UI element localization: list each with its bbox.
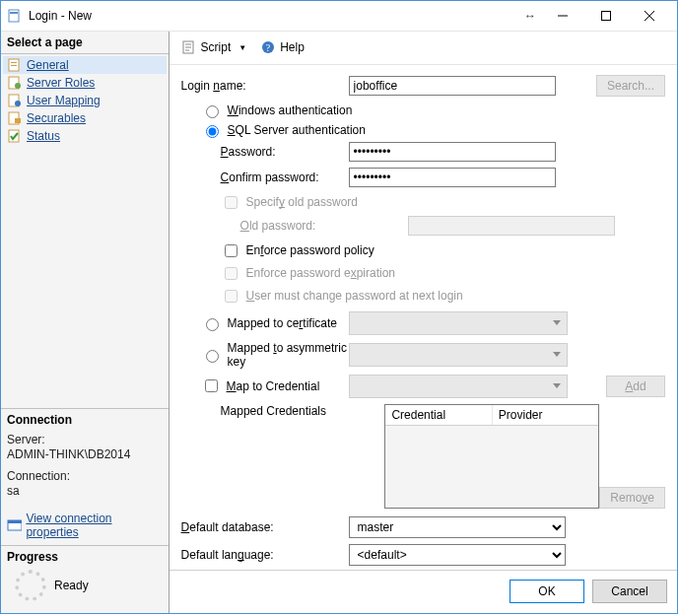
svg-point-12 [15,101,21,106]
minimize-button[interactable] [541,2,584,30]
svg-rect-7 [11,62,17,63]
map-credential-check[interactable]: Map to Credential [181,376,349,395]
help-icon: ? [260,39,276,55]
progress-spinner-icon [15,570,46,601]
asym-key-combo [349,343,568,367]
password-label: Password: [181,145,349,159]
default-database-select[interactable]: master [349,516,566,538]
must-change-check: User must change password at next login [181,287,665,306]
password-input[interactable] [349,142,556,162]
page-server-roles[interactable]: Server Roles [3,74,167,92]
progress-header: Progress [7,550,163,564]
mapped-asym-radio[interactable]: Mapped to asymmetric key [181,341,349,369]
col-credential: Credential [385,405,492,425]
cancel-button[interactable]: Cancel [592,580,667,603]
window-title: Login - New [29,9,92,23]
main-panel: Script ▼ ? Help Login name: Search... [170,32,677,613]
dialog-footer: OK Cancel [170,570,677,613]
login-dialog: Login - New ↔ Select a page General [0,0,678,614]
page-securables[interactable]: Securables [3,109,167,127]
windows-auth-radio[interactable]: Windows authentication [181,103,665,118]
close-button[interactable] [628,2,671,30]
script-button[interactable]: Script ▼ [177,37,251,57]
login-name-input[interactable] [349,76,556,96]
app-icon [7,8,23,24]
connection-section: Connection Server: ADMIN-THINK\DB2014 Co… [1,408,169,545]
maximize-button[interactable] [584,2,628,30]
svg-text:?: ? [266,42,271,53]
connection-header: Connection [7,413,163,427]
select-page-header: Select a page [1,32,169,54]
confirm-password-label: Confirm password: [181,171,349,184]
default-db-label: Default database: [181,520,349,534]
toolbar: Script ▼ ? Help [170,32,677,65]
svg-rect-8 [11,65,17,66]
mapped-cert-radio[interactable]: Mapped to certificate [181,315,349,331]
help-button[interactable]: ? Help [256,37,308,57]
page-status[interactable]: Status [3,127,167,145]
confirm-password-input[interactable] [349,168,556,187]
svg-rect-0 [9,10,19,22]
default-language-select[interactable]: <default> [349,544,566,566]
server-label: Server: [7,433,163,446]
remove-button[interactable]: Remove [599,487,665,509]
svg-rect-3 [602,11,611,20]
page-general[interactable]: General [3,56,167,74]
connection-label: Connection: [7,469,163,483]
properties-icon [7,517,22,533]
svg-point-10 [15,83,21,89]
old-password-label: Old password: [181,219,408,233]
page-user-mapping[interactable]: User Mapping [3,92,167,109]
credential-combo [349,375,568,398]
page-list: General Server Roles User Mapping Secura… [1,54,169,147]
mapped-credentials-label: Mapped Credentials [181,404,385,418]
enforce-policy-check[interactable]: Enforce password policy [181,241,665,260]
progress-status: Ready [54,579,89,592]
svg-rect-17 [8,520,22,523]
ok-button[interactable]: OK [510,580,584,603]
svg-rect-1 [10,12,18,14]
chevron-down-icon: ▼ [238,43,246,52]
specify-old-password-check: Specify old password [181,193,665,212]
enforce-expiration-check: Enforce password expiration [181,264,665,283]
script-icon [181,39,197,55]
sql-auth-radio[interactable]: SQL Server authentication [181,122,665,138]
window-controls: ↔ [519,2,671,30]
add-button[interactable]: Add [606,376,665,397]
sidebar: Select a page General Server Roles User … [1,32,170,613]
svg-rect-14 [15,118,21,123]
certificate-combo [349,311,568,335]
svg-rect-15 [9,130,19,142]
mapped-credentials-table[interactable]: Credential Provider [384,404,599,509]
login-name-label: Login name: [181,79,349,93]
search-button[interactable]: Search... [596,75,665,97]
col-provider: Provider [493,405,598,425]
progress-section: Progress Ready [1,545,169,613]
titlebar: Login - New ↔ [1,1,677,32]
old-password-input [408,216,615,236]
view-connection-properties-link[interactable]: View connection properties [7,512,163,539]
form-content: Login name: Search... Windows authentica… [170,65,677,570]
connection-value: sa [7,484,163,498]
default-lang-label: Default language: [181,548,349,562]
move-grip-icon: ↔ [519,9,541,23]
server-value: ADMIN-THINK\DB2014 [7,447,163,461]
